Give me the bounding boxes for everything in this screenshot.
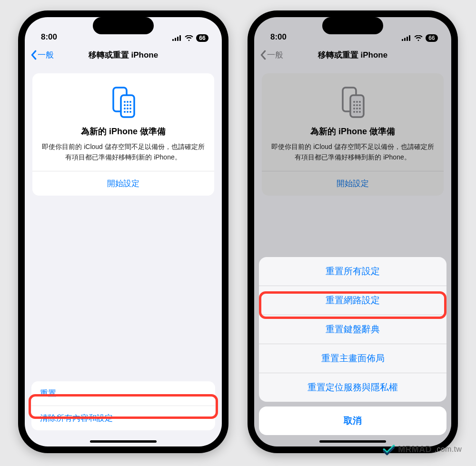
nav-title: 移轉或重置 iPhone <box>25 50 222 60</box>
svg-point-9 <box>124 104 126 106</box>
svg-rect-0 <box>172 39 174 41</box>
action-sheet: 重置所有設定 重置網路設定 重置鍵盤辭典 重置主畫面佈局 重置定位服務與隱私權 … <box>259 257 446 435</box>
svg-rect-3 <box>179 35 181 41</box>
svg-point-6 <box>124 101 126 103</box>
sheet-option-reset-home[interactable]: 重置主畫面佈局 <box>259 344 446 373</box>
watermark: MRMAD.com.tw <box>383 443 462 456</box>
svg-point-7 <box>127 101 129 103</box>
svg-point-14 <box>129 108 131 109</box>
svg-point-10 <box>127 104 129 106</box>
cellular-icon <box>172 35 182 41</box>
watermark-domain: .com.tw <box>435 445 462 454</box>
svg-point-16 <box>127 111 129 113</box>
svg-point-8 <box>129 101 131 103</box>
hero-card: 為新的 iPhone 做準備 即使你目前的 iCloud 儲存空間不足以備份，也… <box>32 73 214 196</box>
transfer-devices-icon <box>107 86 140 119</box>
svg-point-15 <box>124 111 126 113</box>
svg-point-12 <box>124 108 126 109</box>
nav-bar: 一般 移轉或重置 iPhone <box>25 44 222 66</box>
home-indicator[interactable] <box>319 440 386 443</box>
dynamic-island <box>322 17 383 34</box>
svg-point-17 <box>129 111 131 113</box>
reset-button[interactable]: 重置 <box>31 381 215 406</box>
wifi-icon <box>185 35 193 41</box>
phone-right: 8:00 66 一般 移轉或重置 iPhone <box>248 10 458 453</box>
bottom-action-list: 重置 清除所有內容和設定 <box>31 381 215 430</box>
status-time: 8:00 <box>41 32 57 42</box>
erase-button[interactable]: 清除所有內容和設定 <box>31 406 215 430</box>
svg-rect-2 <box>177 37 178 41</box>
watermark-brand: MRMAD <box>398 445 432 455</box>
svg-rect-1 <box>175 38 176 41</box>
phone-left: 8:00 66 一般 移轉或重置 iPhone <box>18 10 228 453</box>
sheet-cancel-button[interactable]: 取消 <box>259 407 446 435</box>
home-indicator[interactable] <box>90 440 157 443</box>
sheet-option-reset-network[interactable]: 重置網路設定 <box>259 286 446 315</box>
sheet-option-reset-privacy[interactable]: 重置定位服務與隱私權 <box>259 373 446 402</box>
sheet-option-reset-all[interactable]: 重置所有設定 <box>259 257 446 286</box>
dynamic-island <box>93 17 154 34</box>
svg-point-11 <box>129 104 131 106</box>
hero-heading: 為新的 iPhone 做準備 <box>41 126 206 137</box>
battery-icon: 66 <box>196 34 208 42</box>
hero-cta-button[interactable]: 開始設定 <box>41 171 206 196</box>
svg-point-13 <box>127 108 129 109</box>
hero-body: 即使你目前的 iCloud 儲存空間不足以備份，也請確定所有項目都已準備好移轉到… <box>41 142 206 162</box>
sheet-option-reset-keyboard[interactable]: 重置鍵盤辭典 <box>259 315 446 344</box>
watermark-logo-icon <box>383 443 395 456</box>
